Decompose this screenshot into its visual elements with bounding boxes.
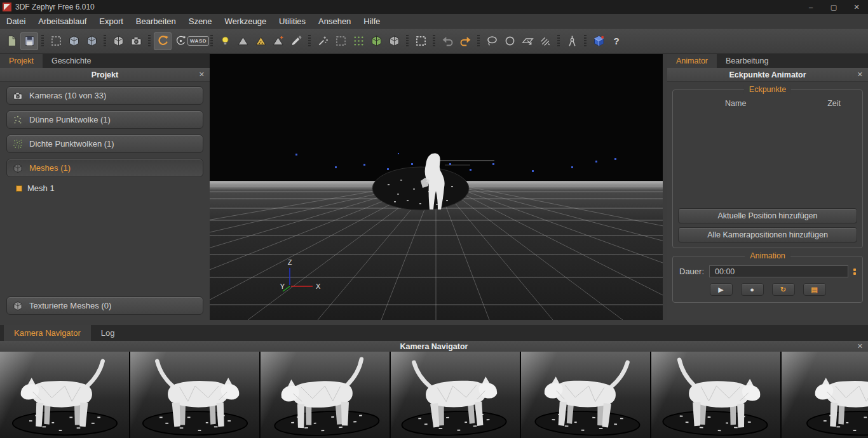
menu-item-ansehen[interactable]: Ansehen xyxy=(312,15,357,28)
project-item-texturierte-meshes[interactable]: Texturierte Meshes (0) xyxy=(6,296,203,315)
undo-icon xyxy=(441,34,454,48)
section-tool-button[interactable] xyxy=(536,32,554,50)
screen-region-button[interactable] xyxy=(412,32,430,50)
mesh-visibility-button[interactable] xyxy=(385,32,403,50)
camera-thumbnail[interactable] xyxy=(130,352,261,438)
kamera-navigator-close-button[interactable]: ✕ xyxy=(857,341,863,352)
viewport-3d[interactable]: Z Y X xyxy=(210,54,663,320)
solid-rendering-button[interactable] xyxy=(234,32,252,50)
tab-log[interactable]: Log xyxy=(91,325,125,341)
menu-item-hilfe[interactable]: Hilfe xyxy=(357,15,386,28)
clone-workspace-icon xyxy=(67,34,81,48)
reset-view-button[interactable] xyxy=(590,32,607,50)
camera-thumbnail[interactable] xyxy=(391,352,521,438)
bounding-box-button[interactable] xyxy=(109,32,127,50)
lighting-button[interactable] xyxy=(216,32,234,50)
export-video-button[interactable]: ▤ xyxy=(803,283,826,296)
project-item-dichte-punktwolken[interactable]: Dichte Punktwolken (1) xyxy=(6,135,203,153)
menu-item-arbeitsablauf[interactable]: Arbeitsablauf xyxy=(32,15,93,28)
add-all-camera-positions-button[interactable]: Alle Kamerapositionen hinzufügen xyxy=(678,227,857,242)
toolbar-separator xyxy=(477,35,480,48)
tab-bearbeitung[interactable]: Bearbeitung xyxy=(717,54,777,68)
circle-selection-button[interactable] xyxy=(501,32,519,50)
animator-panel-close-button[interactable]: ✕ xyxy=(857,68,863,81)
toolbar-separator xyxy=(433,35,435,48)
menu-item-utilities[interactable]: Utilities xyxy=(273,15,312,28)
wasd-navigation-button[interactable]: WASD xyxy=(189,32,207,50)
toolbar-separator xyxy=(148,35,151,48)
new-project-button[interactable] xyxy=(3,32,20,50)
lasso-selection-button[interactable] xyxy=(483,32,501,50)
points-triangle-icon xyxy=(254,34,268,48)
undo-button[interactable] xyxy=(438,32,456,50)
loop-button[interactable]: ↻ xyxy=(772,283,795,296)
tab-geschichte[interactable]: Geschichte xyxy=(43,54,100,68)
project-panel-header: Projekt ✕ xyxy=(0,68,210,82)
solid-triangle-icon xyxy=(236,34,250,48)
dauer-spinner[interactable] xyxy=(853,269,856,275)
play-button[interactable]: ▶ xyxy=(710,283,733,296)
measure-tool-button[interactable] xyxy=(563,32,581,50)
maximize-button[interactable]: ▢ xyxy=(822,0,845,14)
point-rendering-button[interactable] xyxy=(252,32,269,50)
redo-button[interactable] xyxy=(456,32,474,50)
tab-projekt[interactable]: Projekt xyxy=(0,54,43,68)
minimize-button[interactable]: – xyxy=(799,0,822,14)
dense-cloud-visibility-button[interactable] xyxy=(367,32,385,50)
project-panel-close-button[interactable]: ✕ xyxy=(199,68,205,81)
grid-selection-button[interactable] xyxy=(349,32,367,50)
camera-thumbnail[interactable] xyxy=(521,352,651,438)
bottom-tab-bar: Kamera Navigator Log xyxy=(0,325,868,341)
clone-workspace-button[interactable] xyxy=(65,32,83,50)
smart-selection-button[interactable] xyxy=(314,32,332,50)
window-title: 3DF Zephyr Free 6.010 xyxy=(15,3,95,11)
dauer-input[interactable]: 00:00 xyxy=(709,265,848,277)
paint-selection-button[interactable] xyxy=(287,32,305,50)
orbit-icon xyxy=(156,34,170,48)
camera-thumbnail[interactable] xyxy=(651,352,782,438)
application-window: 3DF Zephyr Free 6.010 – ▢ ✕ Datei Arbeit… xyxy=(0,0,868,438)
show-cameras-button[interactable] xyxy=(127,32,145,50)
project-item-meshes[interactable]: Meshes (1) xyxy=(6,159,203,177)
add-current-position-button[interactable]: Aktuelle Position hinzufügen xyxy=(678,208,857,223)
animator-panel-header: Eckpunkte Animator ✕ xyxy=(667,68,868,82)
menu-item-datei[interactable]: Datei xyxy=(0,15,32,28)
menu-item-bearbeiten[interactable]: Bearbeiten xyxy=(130,15,182,28)
project-item-label: Kameras (10 von 33) xyxy=(29,91,106,100)
circle-icon xyxy=(503,34,517,48)
column-zeit: Zeit xyxy=(827,99,841,108)
lightbulb-icon xyxy=(219,34,232,48)
menu-bar: Datei Arbeitsablauf Export Bearbeiten Sz… xyxy=(0,14,868,29)
camera-thumbnail[interactable] xyxy=(0,352,130,438)
project-item-duenne-punktwolke[interactable]: Dünne Punktwolke (1) xyxy=(6,110,203,129)
export-workspace-button[interactable] xyxy=(83,32,100,50)
record-button[interactable]: ● xyxy=(741,283,764,296)
menu-item-werkzeuge[interactable]: Werkzeuge xyxy=(219,15,273,28)
project-item-kameras[interactable]: Kameras (10 von 33) xyxy=(6,86,203,105)
textured-rendering-button[interactable] xyxy=(269,32,287,50)
tab-animator[interactable]: Animator xyxy=(667,54,717,68)
keypoint-list-empty[interactable] xyxy=(678,108,857,208)
orbit-navigation-button[interactable] xyxy=(154,32,172,50)
mesh-color-swatch xyxy=(16,185,22,192)
free-look-navigation-button[interactable] xyxy=(172,32,189,50)
animation-group: Animation Dauer: 00:00 ▶ ● ↻ ▤ xyxy=(672,256,863,303)
menu-item-szene[interactable]: Szene xyxy=(182,15,219,28)
dock-divider xyxy=(0,320,868,325)
panel-splitter[interactable] xyxy=(663,54,667,320)
close-button[interactable]: ✕ xyxy=(845,0,868,14)
save-button[interactable] xyxy=(20,32,38,50)
menu-item-export[interactable]: Export xyxy=(93,15,130,28)
rect-selection-button[interactable] xyxy=(332,32,349,50)
axis-cube-icon xyxy=(592,34,606,48)
magic-wand-icon xyxy=(316,34,330,48)
camera-thumbnail[interactable] xyxy=(782,352,868,438)
title-bar: 3DF Zephyr Free 6.010 – ▢ ✕ xyxy=(0,0,868,14)
help-button[interactable]: ? xyxy=(607,32,625,50)
plane-tool-button[interactable] xyxy=(519,32,536,50)
camera-icon xyxy=(130,34,143,48)
tab-kamera-navigator[interactable]: Kamera Navigator xyxy=(4,325,91,341)
camera-thumbnail[interactable] xyxy=(261,352,391,438)
add-photos-button[interactable] xyxy=(47,32,65,50)
tree-item-mesh-1[interactable]: Mesh 1 xyxy=(6,183,203,193)
